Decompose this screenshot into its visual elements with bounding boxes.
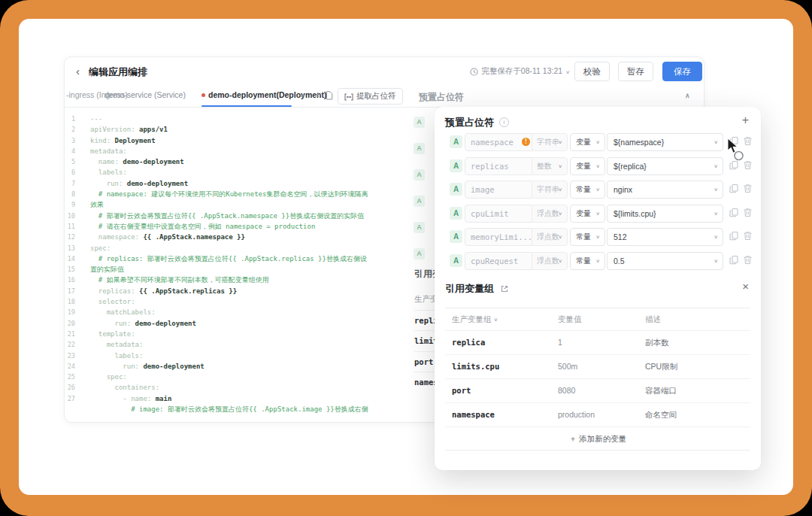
type-select[interactable]: 整数∨ — [532, 157, 568, 175]
add-tab-icon[interactable]: + — [315, 89, 321, 100]
type-badge: A — [450, 207, 462, 220]
more-tabs-icon[interactable]: » — [300, 90, 304, 99]
type-badge: A — [450, 254, 462, 267]
variable-row[interactable]: namespaceproduction命名空间 — [445, 402, 750, 426]
col-value: 变量值 — [558, 308, 645, 331]
bg-type-badge: A — [414, 169, 425, 181]
type-select[interactable]: 字符串∨ — [532, 133, 568, 151]
code-token: # 请在右侧变量组中设置命名空间，例如 namespace = producti… — [90, 223, 315, 230]
kind-select[interactable]: 常量∨ — [570, 228, 605, 246]
kind-select[interactable]: 变量∨ — [570, 205, 605, 223]
code-token: run: — [90, 180, 123, 187]
line-number: 20 — [65, 318, 75, 329]
code-token: # image: 部署时云效会将预置占位符{{ .AppStack.image … — [90, 405, 368, 413]
type-badge: A — [450, 183, 462, 196]
code-token: run: — [90, 320, 131, 327]
code-token: containers: — [90, 384, 159, 391]
open-external-icon[interactable] — [501, 281, 508, 295]
variable-value: 1 — [558, 331, 645, 354]
placeholder-row: Aimage字符串∨常量∨nginx∨ — [435, 181, 761, 199]
back-button[interactable]: ‹ — [76, 64, 80, 79]
value-select[interactable]: ${limits.cpu}∨ — [607, 205, 723, 223]
type-select[interactable]: 浮点数∨ — [532, 228, 568, 246]
variable-row[interactable]: replica1副本数 — [445, 330, 750, 354]
variable-row[interactable]: port8080容器端口 — [445, 378, 750, 402]
value-select[interactable]: 512∨ — [607, 228, 723, 246]
bg-panel-title: 预置占位符 — [419, 91, 464, 104]
code-token: - name: — [90, 395, 151, 402]
info-icon[interactable]: i — [499, 117, 509, 127]
chevron-down-icon: ∨ — [714, 183, 718, 196]
value-select[interactable]: 0.5∨ — [607, 252, 723, 270]
close-icon[interactable]: × — [742, 280, 749, 293]
kind-select[interactable]: 常量∨ — [570, 252, 605, 270]
validate-button[interactable]: 校验 — [574, 62, 610, 81]
type-select[interactable]: 字符串∨ — [532, 181, 568, 199]
line-number: 17 — [65, 286, 75, 296]
bg-type-badge: A — [414, 117, 425, 128]
trash-icon[interactable] — [743, 255, 753, 266]
screenshot-root: ‹ 编辑应用编排 完整保存于08-11 13:21 ∨ 校验 暂存 保存 -in… — [0, 0, 812, 516]
code-token: # namespace: 建议每个环境使用不同的Kubernetes集群命名空间… — [90, 190, 368, 198]
line-number: 6 — [65, 167, 75, 178]
collapse-icon[interactable]: ∧ — [685, 92, 690, 99]
line-number: 19 — [65, 307, 75, 317]
placeholder-name-input[interactable]: replicas — [465, 157, 535, 175]
variable-name: namespace — [452, 403, 558, 426]
col-group[interactable]: 生产变量组 ∨ — [452, 308, 558, 331]
copy-icon[interactable] — [729, 184, 740, 194]
placeholder-row: AcpuLimit浮点数∨变量∨${limits.cpu}∨ — [435, 205, 761, 223]
placeholder-name-input[interactable]: image — [465, 181, 535, 199]
stash-button[interactable]: 暂存 — [618, 62, 653, 81]
copy-icon[interactable] — [729, 255, 740, 266]
variable-row[interactable]: limits.cpu500mCPU限制 — [445, 354, 750, 378]
app-header: ‹ 编辑应用编排 完整保存于08-11 13:21 ∨ 校验 暂存 保存 — [65, 57, 704, 86]
code-token: 效果 — [90, 201, 104, 208]
code-token: main — [151, 395, 171, 402]
copy-icon[interactable] — [729, 208, 740, 218]
save-status[interactable]: 完整保存于08-11 13:21 ∨ — [470, 66, 570, 77]
unsaved-dot-icon — [201, 93, 205, 97]
variable-group-title: 引用变量组 — [445, 283, 494, 294]
chevron-down-icon: ∨ — [558, 207, 562, 220]
extract-placeholder-button[interactable]: 提取占位符 — [338, 88, 403, 105]
code-token: spec: — [90, 244, 111, 252]
value-select[interactable]: nginx∨ — [607, 181, 723, 199]
variable-group-header: 引用变量组 × — [445, 281, 750, 296]
mouse-cursor — [726, 138, 747, 162]
placeholder-name-input[interactable]: namespace! — [465, 133, 535, 151]
value-select[interactable]: ${namespace}∨ — [607, 133, 723, 151]
trash-icon[interactable] — [743, 208, 753, 218]
variable-table-header: 生产变量组 ∨ 变量值 描述 — [445, 308, 750, 330]
code-token: name: — [90, 158, 119, 165]
kind-select[interactable]: 变量∨ — [570, 133, 605, 151]
line-number: 18 — [65, 296, 75, 307]
variable-desc: CPU限制 — [645, 355, 750, 378]
placeholder-name-input[interactable]: cpuLimit — [465, 205, 535, 223]
kind-select[interactable]: 常量∨ — [570, 181, 605, 199]
placeholder-name-input[interactable]: memoryLimi... — [465, 228, 535, 246]
save-button[interactable]: 保存 — [662, 62, 702, 81]
col-desc: 描述 — [645, 308, 750, 331]
chevron-down-icon: ∨ — [714, 230, 718, 244]
tab-demo-service[interactable]: demo-service (Service) — [105, 90, 186, 99]
tab-demo-deployment[interactable]: demo-deployment(Deployment) — [201, 90, 327, 99]
type-select[interactable]: 浮点数∨ — [532, 252, 568, 270]
code-token: labels: — [90, 168, 127, 176]
add-placeholder-button[interactable]: + — [742, 114, 749, 127]
line-number: 26 — [65, 382, 75, 393]
chevron-down-icon: ∨ — [714, 207, 718, 220]
value-select[interactable]: ${replica}∨ — [607, 157, 723, 175]
variable-name: replica — [452, 331, 558, 354]
kind-select[interactable]: 变量∨ — [570, 157, 605, 175]
placeholder-name-input[interactable]: cpuRequest — [465, 252, 535, 270]
copy-icon[interactable] — [729, 231, 740, 241]
line-number: 8 — [65, 189, 75, 199]
chevron-down-icon: ∨ — [595, 183, 600, 196]
document-icon[interactable] — [326, 91, 333, 100]
type-select[interactable]: 浮点数∨ — [532, 205, 568, 223]
line-number: 3 — [65, 135, 75, 146]
trash-icon[interactable] — [743, 184, 753, 194]
add-variable-button[interactable]: ＋ 添加新的变量 — [445, 426, 750, 450]
trash-icon[interactable] — [743, 231, 753, 241]
